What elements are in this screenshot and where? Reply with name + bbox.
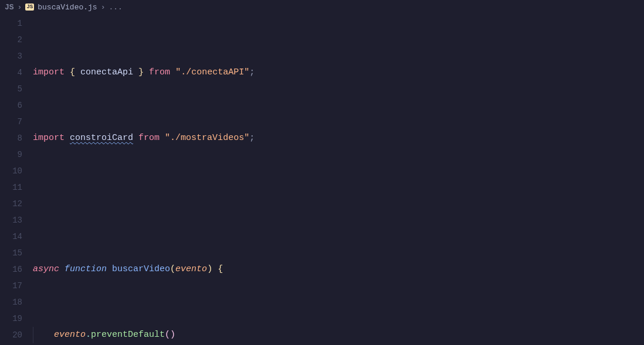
js-file-icon: JS [25,4,34,11]
code-editor[interactable]: 1 2 3 4 5 6 7 8 9 10 11 12 13 14 15 16 1… [0,14,644,345]
code-line[interactable]: evento.preventDefault() [33,327,644,343]
breadcrumb-root: JS [5,3,14,12]
breadcrumb-tail[interactable]: ... [109,3,122,12]
code-content[interactable]: import { conectaApi } from "./conectaAPI… [33,14,644,345]
code-line[interactable] [33,196,644,212]
code-line[interactable]: import constroiCard from "./mostraVideos… [33,130,644,146]
chevron-right-icon: › [101,3,106,12]
line-number-gutter: 1 2 3 4 5 6 7 8 9 10 11 12 13 14 15 16 1… [0,14,33,345]
breadcrumb-file[interactable]: buscaVideo.js [38,3,97,12]
breadcrumb[interactable]: JS › JS buscaVideo.js › ... [0,0,644,14]
code-line[interactable]: import { conectaApi } from "./conectaAPI… [33,64,644,81]
chevron-right-icon: › [18,3,22,12]
code-line[interactable]: async function buscarVideo(evento) { [33,261,644,278]
